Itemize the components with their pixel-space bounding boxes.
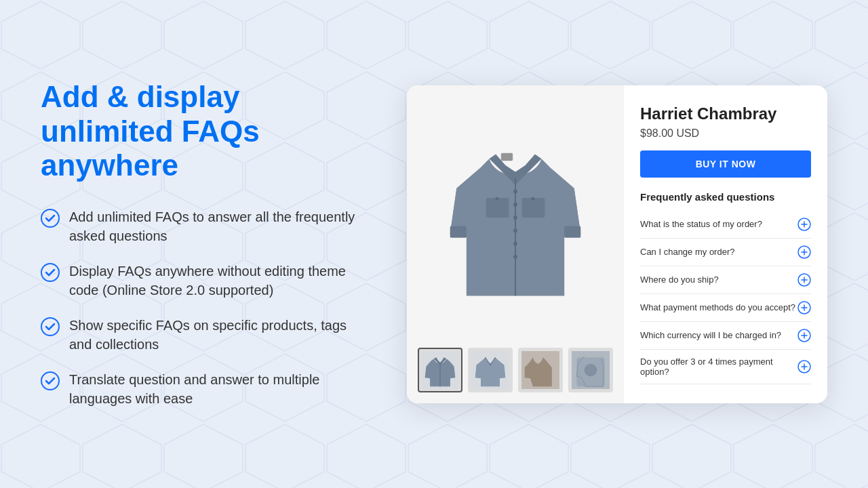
- product-card: Harriet Chambray $98.00 USD BUY IT NOW F…: [407, 85, 827, 403]
- svg-point-8: [513, 228, 517, 232]
- page-layout: Add & display unlimited FAQs anywhere Ad…: [0, 0, 868, 488]
- feature-2: Display FAQs anywhere without editing th…: [41, 262, 366, 300]
- left-panel: Add & display unlimited FAQs anywhere Ad…: [41, 80, 366, 408]
- check-icon: [41, 263, 60, 282]
- thumbnail-4[interactable]: [568, 348, 613, 392]
- svg-point-7: [513, 216, 517, 220]
- feature-4: Translate question and answer to multipl…: [41, 370, 366, 408]
- check-icon: [41, 371, 60, 390]
- faq-question: Can I change my order?: [640, 247, 734, 257]
- svg-rect-17: [501, 153, 513, 161]
- product-info-section: Harriet Chambray $98.00 USD BUY IT NOW F…: [624, 85, 827, 403]
- product-image-section: [407, 85, 624, 403]
- faq-question: What is the status of my order?: [640, 219, 762, 229]
- buy-now-button[interactable]: BUY IT NOW: [640, 150, 811, 178]
- faq-question: What payment methods do you accept?: [640, 302, 795, 312]
- svg-rect-16: [564, 226, 580, 238]
- svg-point-6: [513, 203, 517, 207]
- check-icon: [41, 209, 60, 228]
- faq-list: What is the status of my order? Can I ch…: [640, 211, 811, 384]
- svg-point-10: [513, 255, 517, 259]
- feature-1: Add unlimited FAQs to answer all the fre…: [41, 207, 366, 245]
- svg-rect-15: [450, 226, 467, 238]
- svg-point-1: [41, 264, 59, 281]
- main-product-image: [418, 96, 613, 340]
- svg-point-13: [496, 197, 499, 201]
- thumbnail-1[interactable]: [418, 348, 462, 392]
- feature-text: Display FAQs anywhere without editing th…: [69, 262, 366, 300]
- faq-item-3[interactable]: Where do you ship?: [640, 266, 811, 294]
- thumbnail-row: [418, 348, 613, 392]
- svg-point-2: [41, 318, 59, 336]
- faq-item-5[interactable]: Which currency will I be charged in?: [640, 322, 811, 350]
- faq-item-2[interactable]: Can I change my order?: [640, 239, 811, 266]
- plus-icon: [797, 329, 811, 342]
- svg-rect-12: [522, 198, 545, 218]
- svg-point-9: [513, 242, 517, 246]
- plus-icon: [797, 245, 811, 259]
- plus-icon: [797, 301, 811, 314]
- svg-rect-11: [486, 198, 509, 218]
- feature-text: Show specific FAQs on specific products,…: [69, 316, 366, 354]
- plus-icon: [797, 273, 811, 287]
- svg-point-0: [41, 209, 59, 227]
- faq-question: Do you offer 3 or 4 times payment option…: [640, 357, 797, 377]
- svg-point-14: [532, 197, 535, 201]
- product-name: Harriet Chambray: [640, 104, 811, 123]
- check-icon: [41, 317, 60, 336]
- feature-text: Translate question and answer to multipl…: [69, 370, 366, 408]
- faq-item-4[interactable]: What payment methods do you accept?: [640, 294, 811, 322]
- thumbnail-3[interactable]: [518, 348, 563, 392]
- feature-3: Show specific FAQs on specific products,…: [41, 316, 366, 354]
- feature-text: Add unlimited FAQs to answer all the fre…: [69, 207, 366, 245]
- faq-question: Where do you ship?: [640, 274, 719, 285]
- faq-item-6[interactable]: Do you offer 3 or 4 times payment option…: [640, 350, 811, 384]
- faq-section-title: Frequently asked questions: [640, 191, 811, 203]
- svg-point-5: [513, 190, 517, 194]
- faq-question: Which currency will I be charged in?: [640, 330, 781, 340]
- plus-icon: [797, 360, 811, 373]
- plus-icon: [797, 218, 811, 231]
- thumbnail-2[interactable]: [468, 348, 513, 392]
- faq-item-1[interactable]: What is the status of my order?: [640, 211, 811, 239]
- shirt-illustration: [441, 129, 590, 306]
- svg-point-3: [41, 372, 59, 390]
- page-headline: Add & display unlimited FAQs anywhere: [41, 80, 366, 183]
- svg-point-24: [585, 363, 597, 376]
- feature-list: Add unlimited FAQs to answer all the fre…: [41, 207, 366, 408]
- product-price: $98.00 USD: [640, 127, 811, 140]
